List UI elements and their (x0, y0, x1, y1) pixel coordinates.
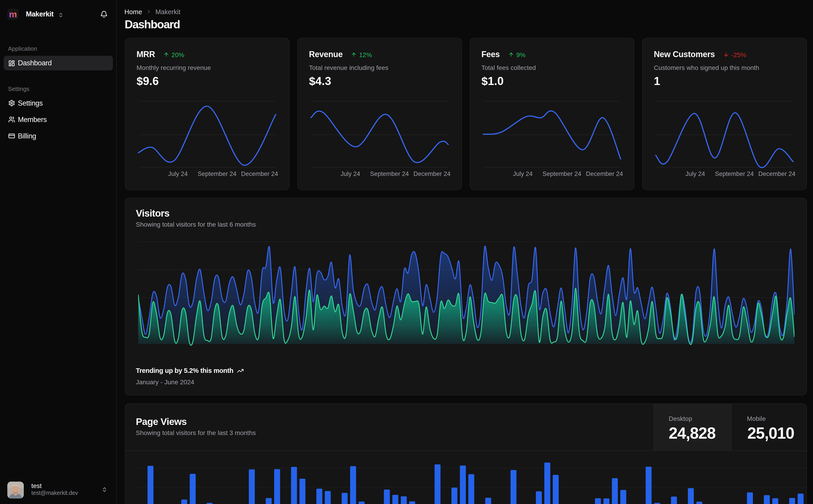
svg-text:m: m (9, 9, 17, 19)
